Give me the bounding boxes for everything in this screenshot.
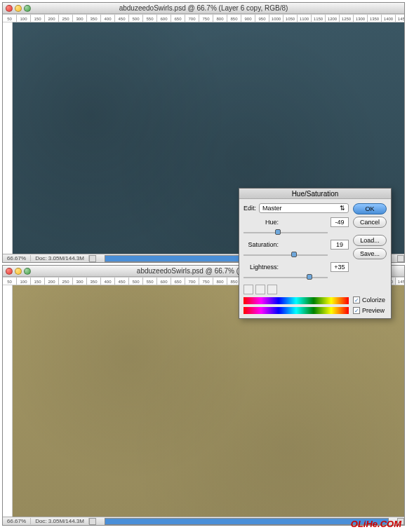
eyedropper-icon[interactable] [243, 285, 253, 294]
window-title: abduzeedoSwirls.psd @ 66.7% (Layer 6 cop… [3, 4, 404, 12]
scroll-right-icon[interactable] [397, 255, 404, 262]
zoom-level[interactable]: 66.67% [3, 255, 31, 261]
hue-slider[interactable] [243, 229, 349, 237]
hue-saturation-dialog: Hue/Saturation Edit: Master ⇅ Hue: -49 S… [239, 188, 392, 319]
chevron-updown-icon: ⇅ [340, 205, 345, 212]
status-bar: 66.67% Doc: 3.05M/144.3M [3, 517, 404, 525]
eyedropper-tools [243, 285, 349, 294]
colorize-checkbox[interactable]: ✓ [353, 296, 360, 303]
canvas[interactable] [13, 285, 404, 517]
save-button[interactable]: Save... [353, 248, 387, 259]
preview-checkbox[interactable]: ✓ [353, 307, 360, 314]
watermark: OLiHe.COM [351, 519, 401, 528]
saturation-input[interactable]: 19 [331, 240, 349, 250]
lightness-slider[interactable] [243, 273, 349, 282]
scroll-left-icon[interactable] [89, 255, 96, 262]
load-button[interactable]: Load... [353, 235, 387, 246]
dialog-title[interactable]: Hue/Saturation [239, 189, 391, 199]
saturation-slider[interactable] [243, 251, 349, 259]
ok-button[interactable]: OK [353, 203, 387, 214]
hue-gradient-result [243, 307, 349, 314]
edit-select-value: Master [262, 205, 282, 212]
saturation-label: Saturation: [243, 241, 279, 248]
colorize-label: Colorize [362, 296, 385, 303]
lightness-label: Lightness: [243, 264, 279, 271]
zoom-level[interactable]: 66.67% [3, 518, 31, 524]
preview-label: Preview [362, 307, 385, 314]
vertical-ruler[interactable] [3, 22, 13, 254]
eyedropper-add-icon[interactable] [255, 285, 265, 294]
doc-info[interactable]: Doc: 3.05M/144.3M [31, 255, 89, 261]
edit-label: Edit: [243, 205, 256, 212]
hue-input[interactable]: -49 [331, 217, 349, 227]
edit-select[interactable]: Master ⇅ [259, 203, 349, 213]
vertical-ruler[interactable] [3, 285, 13, 517]
doc-info[interactable]: Doc: 3.05M/144.3M [31, 518, 89, 524]
hue-gradient [243, 297, 349, 304]
cancel-button[interactable]: Cancel [353, 217, 387, 228]
lightness-input[interactable]: +35 [331, 262, 349, 272]
eyedropper-subtract-icon[interactable] [267, 285, 277, 294]
canvas-content [13, 285, 404, 517]
hue-label: Hue: [243, 219, 279, 226]
titlebar[interactable]: abduzeedoSwirls.psd @ 66.7% (Layer 6 cop… [3, 3, 404, 14]
horizontal-scrollbar[interactable] [105, 518, 389, 525]
horizontal-ruler[interactable]: 5010015020025030035040045050055060065070… [3, 14, 404, 22]
scroll-left-icon[interactable] [89, 518, 96, 525]
